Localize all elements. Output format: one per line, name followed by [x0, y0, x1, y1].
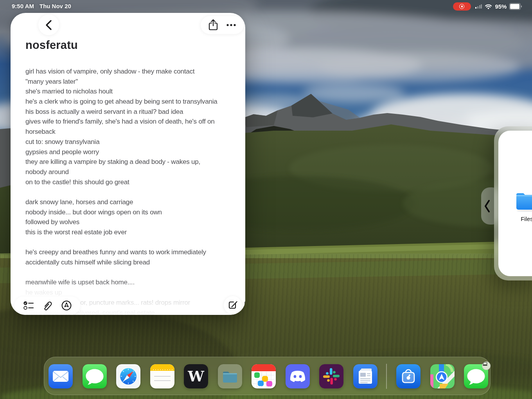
checklist-icon[interactable] — [23, 300, 34, 311]
calendar-icon — [252, 364, 276, 388]
note-actions-pill — [201, 16, 244, 34]
note-line: his boss is actually a weird servant in … — [25, 107, 244, 117]
cellular-signal-icon — [475, 4, 482, 9]
status-bar: 9:50 AM Thu Nov 20 95% — [0, 0, 532, 12]
notes-icon — [150, 364, 174, 388]
status-time: 9:50 AM — [12, 3, 34, 9]
screen-recording-icon[interactable] — [453, 2, 471, 11]
share-icon[interactable] — [208, 19, 218, 31]
note-line: this is the worst real estate job ever — [25, 227, 244, 237]
note-line-faded: he wakes up — [25, 288, 244, 298]
status-date: Thu Nov 20 — [40, 3, 71, 9]
note-line: gives wife to friend's family, she's had… — [25, 117, 244, 127]
dock-icon-maps[interactable] — [430, 364, 455, 388]
chevron-left-icon — [484, 200, 490, 213]
files-icon — [218, 364, 242, 388]
note-line: horseback — [25, 127, 244, 137]
battery-icon — [509, 3, 522, 10]
more-ellipsis-icon[interactable] — [226, 23, 236, 27]
note-line: cut to: snowy transylvania — [25, 137, 244, 147]
note-title: nosferatu — [25, 39, 78, 52]
note-line: nobody around — [25, 167, 244, 177]
app-store-icon — [396, 364, 421, 388]
dock-icon-files[interactable] — [218, 364, 242, 388]
messages-icon — [83, 364, 107, 388]
maps-icon — [430, 364, 455, 388]
dock-icon-messages-continuity[interactable] — [464, 364, 488, 388]
safari-icon — [116, 364, 140, 388]
note-line — [25, 237, 244, 248]
slack-icon — [319, 364, 343, 388]
back-button[interactable] — [38, 14, 59, 35]
wikipedia-icon: W — [184, 364, 208, 388]
news-icon — [353, 364, 377, 388]
markup-icon[interactable] — [61, 300, 72, 311]
ipad-screen: { "status_bar": { "time": "9:50 AM", "da… — [0, 0, 532, 399]
continuity-laptop-badge-icon — [482, 361, 491, 370]
discord-icon — [286, 364, 310, 388]
attachment-icon[interactable] — [42, 300, 52, 311]
dock-icon-slack[interactable] — [319, 364, 343, 388]
note-line: nobody inside... but door wings open on … — [25, 207, 244, 217]
dock-icon-messages[interactable] — [83, 364, 107, 388]
blue-folder-icon — [515, 192, 532, 212]
files-app-label: Files — [515, 216, 532, 222]
mail-icon — [49, 364, 73, 388]
note-line: "many years later" — [25, 77, 244, 87]
note-line: he's a clerk who is going to get ahead b… — [25, 97, 244, 107]
note-line: followed by wolves — [25, 217, 244, 227]
dock-icon-wikipedia[interactable]: W — [184, 364, 208, 388]
note-line: dark snowy lane, horses and carriage — [25, 197, 244, 207]
note-line: girl has vision of vampire, only shadow … — [25, 66, 244, 77]
dock-icon-calendar[interactable] — [252, 364, 276, 388]
dock-icon-mail[interactable] — [49, 364, 73, 388]
dock-icon-notes[interactable] — [150, 364, 174, 388]
wifi-icon — [485, 4, 492, 9]
back-chevron-icon — [45, 20, 53, 31]
dock: W — [44, 357, 491, 395]
battery-percent: 95% — [495, 3, 507, 10]
dock-icon-safari[interactable] — [116, 364, 140, 388]
note-body[interactable]: girl has vision of vampire, only shadow … — [25, 66, 244, 315]
note-line: meanwhile wife is upset back home.... — [25, 277, 244, 288]
svg-text:W: W — [187, 368, 204, 385]
note-line — [25, 187, 244, 197]
note-line: accidentally cuts himself while slicing … — [25, 257, 244, 268]
note-line: on to the castle! this should go great — [25, 177, 244, 187]
note-line: he's creepy and breathes funny and wants… — [25, 247, 244, 257]
note-line: she's married to nicholas hoult — [25, 86, 244, 97]
dock-icon-discord[interactable] — [286, 364, 310, 388]
note-line — [25, 268, 244, 278]
dock-icon-news[interactable] — [353, 364, 377, 388]
note-line: gypsies and people worry — [25, 147, 244, 157]
note-line: they are killing a vampire by staking a … — [25, 157, 244, 167]
dock-icon-app-store[interactable] — [396, 364, 421, 388]
note-toolbar — [14, 297, 80, 315]
notes-window: nosferatu girl has vision of vampire, on… — [11, 13, 245, 315]
dock-divider — [386, 364, 387, 389]
